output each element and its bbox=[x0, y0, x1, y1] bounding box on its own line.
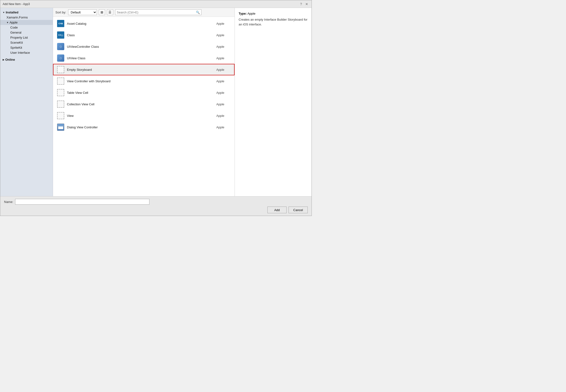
sidebar-item-user-interface-label: User Interface bbox=[10, 51, 30, 55]
bottom-bar: Name: Add Cancel bbox=[0, 196, 312, 216]
name-input[interactable] bbox=[15, 199, 149, 205]
center-panel: Sort by: Default Name Type ⊞ ☰ 🔍 bbox=[53, 8, 235, 196]
cancel-button[interactable]: Cancel bbox=[289, 207, 308, 213]
view-controller-storyboard-type: Apple bbox=[216, 79, 231, 83]
sidebar-item-spritekit-label: SpriteKit bbox=[10, 46, 22, 49]
empty-storyboard-icon bbox=[57, 66, 65, 73]
collection-view-cell-type: Apple bbox=[216, 102, 231, 106]
triangle-installed: ▼ bbox=[3, 11, 5, 14]
sidebar-item-scenekit-label: SceneKit bbox=[10, 41, 23, 44]
collection-view-cell-name: Collection View Cell bbox=[67, 102, 214, 106]
type-label: Type: Apple bbox=[239, 12, 308, 15]
title-bar: Add New Item - App3 ? ✕ bbox=[0, 0, 312, 8]
dialog-view-controller-type: Apple bbox=[216, 126, 231, 129]
list-item-view-controller-storyboard[interactable]: View Controller with Storyboard Apple bbox=[53, 75, 235, 87]
sidebar-item-user-interface[interactable]: User Interface bbox=[0, 50, 53, 55]
list-item-uiview[interactable]: ⬡ UIView Class Apple bbox=[53, 52, 235, 64]
name-row: Name: bbox=[4, 199, 308, 205]
help-button[interactable]: ? bbox=[299, 2, 303, 6]
uiviewcontroller-icon: ⬡ bbox=[57, 43, 65, 50]
main-content: ▼ Installed Xamarin.Forms ▼ Apple Code bbox=[0, 8, 312, 196]
grid-icon: ⊞ bbox=[100, 10, 103, 14]
search-box[interactable]: 🔍 bbox=[115, 9, 201, 15]
list-item-dialog-view-controller[interactable]: Dialog View Controller Apple bbox=[53, 121, 235, 133]
sort-select[interactable]: Default Name Type bbox=[68, 9, 97, 15]
dialog-view-controller-name: Dialog View Controller bbox=[67, 126, 214, 129]
sidebar-item-spritekit[interactable]: SpriteKit bbox=[0, 45, 53, 50]
sidebar-item-installed-label: Installed bbox=[6, 11, 18, 14]
empty-storyboard-name: Empty Storyboard bbox=[67, 68, 214, 71]
add-button[interactable]: Add bbox=[267, 207, 287, 213]
uiview-name: UIView Class bbox=[67, 56, 214, 60]
right-panel: Type: Apple Creates an empty Interface B… bbox=[235, 8, 312, 196]
triangle-online: ▶ bbox=[3, 58, 4, 61]
view-name: View bbox=[67, 114, 214, 118]
sidebar: ▼ Installed Xamarin.Forms ▼ Apple Code bbox=[0, 8, 53, 196]
sidebar-item-installed[interactable]: ▼ Installed bbox=[0, 10, 53, 15]
add-new-item-dialog: Add New Item - App3 ? ✕ ▼ Installed Xama… bbox=[0, 0, 312, 216]
asset-catalog-name: Asset Catalog bbox=[67, 22, 214, 26]
sort-label: Sort by: bbox=[55, 11, 66, 14]
search-area: 🔍 bbox=[115, 9, 201, 15]
sidebar-item-online-label: Online bbox=[5, 58, 15, 61]
class-icon: C#{ } bbox=[57, 31, 65, 39]
table-view-cell-icon bbox=[57, 89, 65, 97]
list-icon: ☰ bbox=[108, 10, 111, 14]
sidebar-item-general-label: General bbox=[10, 31, 21, 34]
class-name: Class bbox=[67, 33, 214, 37]
list-item-view[interactable]: View Apple bbox=[53, 110, 235, 121]
sidebar-item-xamarin-label: Xamarin.Forms bbox=[6, 15, 28, 19]
table-view-cell-name: Table View Cell bbox=[67, 91, 214, 95]
sidebar-item-apple[interactable]: ▼ Apple bbox=[0, 20, 53, 25]
installed-section: ▼ Installed Xamarin.Forms ▼ Apple Code bbox=[0, 10, 53, 55]
name-label: Name: bbox=[4, 200, 13, 204]
search-icon: 🔍 bbox=[196, 11, 200, 14]
type-prefix: Type: bbox=[239, 12, 247, 15]
items-list: C#⊞ Asset Catalog Apple C#{ } Class Appl… bbox=[53, 17, 235, 196]
view-controller-storyboard-icon bbox=[57, 77, 65, 85]
asset-catalog-icon: C#⊞ bbox=[57, 20, 65, 27]
buttons-row: Add Cancel bbox=[4, 207, 308, 213]
triangle-apple: ▼ bbox=[6, 21, 9, 24]
view-type: Apple bbox=[216, 114, 231, 118]
sidebar-item-property-list-label: Property List bbox=[10, 36, 28, 39]
uiview-icon: ⬡ bbox=[57, 54, 65, 62]
sidebar-item-general[interactable]: General bbox=[0, 30, 53, 35]
list-item-empty-storyboard[interactable]: Empty Storyboard Apple bbox=[53, 64, 235, 75]
list-item-asset-catalog[interactable]: C#⊞ Asset Catalog Apple bbox=[53, 18, 235, 29]
type-description: Creates an empty Interface Builder Story… bbox=[239, 17, 308, 27]
toolbar: Sort by: Default Name Type ⊞ ☰ 🔍 bbox=[53, 8, 235, 17]
sidebar-item-property-list[interactable]: Property List bbox=[0, 35, 53, 40]
view-controller-storyboard-name: View Controller with Storyboard bbox=[67, 79, 214, 83]
list-item-collection-view-cell[interactable]: Collection View Cell Apple bbox=[53, 98, 235, 110]
uiviewcontroller-type: Apple bbox=[216, 45, 231, 48]
list-item-uiviewcontroller[interactable]: ⬡ UIViewController Class Apple bbox=[53, 41, 235, 52]
empty-storyboard-type: Apple bbox=[216, 68, 231, 71]
grid-view-button[interactable]: ⊞ bbox=[99, 9, 105, 15]
type-value: Apple bbox=[248, 12, 255, 15]
sidebar-item-code[interactable]: Code bbox=[0, 25, 53, 30]
dialog-view-controller-icon bbox=[57, 123, 65, 131]
uiviewcontroller-name: UIViewController Class bbox=[67, 45, 214, 48]
table-view-cell-type: Apple bbox=[216, 91, 231, 95]
uiview-type: Apple bbox=[216, 56, 231, 60]
asset-catalog-type: Apple bbox=[216, 22, 231, 26]
title-bar-controls: ? ✕ bbox=[299, 2, 309, 6]
sidebar-item-scenekit[interactable]: SceneKit bbox=[0, 40, 53, 45]
list-view-button[interactable]: ☰ bbox=[107, 9, 113, 15]
dialog-title: Add New Item - App3 bbox=[3, 2, 30, 6]
list-item-table-view-cell[interactable]: Table View Cell Apple bbox=[53, 87, 235, 98]
sidebar-item-xamarin-forms[interactable]: Xamarin.Forms bbox=[0, 15, 53, 20]
list-item-class[interactable]: C#{ } Class Apple bbox=[53, 29, 235, 41]
class-type: Apple bbox=[216, 33, 231, 37]
view-icon bbox=[57, 112, 65, 119]
sidebar-item-code-label: Code bbox=[10, 26, 18, 29]
close-button[interactable]: ✕ bbox=[304, 2, 309, 6]
search-input[interactable] bbox=[117, 11, 195, 14]
sidebar-item-online[interactable]: ▶ Online bbox=[0, 57, 53, 62]
sidebar-item-apple-label: Apple bbox=[10, 21, 17, 24]
collection-view-cell-icon bbox=[57, 100, 65, 108]
